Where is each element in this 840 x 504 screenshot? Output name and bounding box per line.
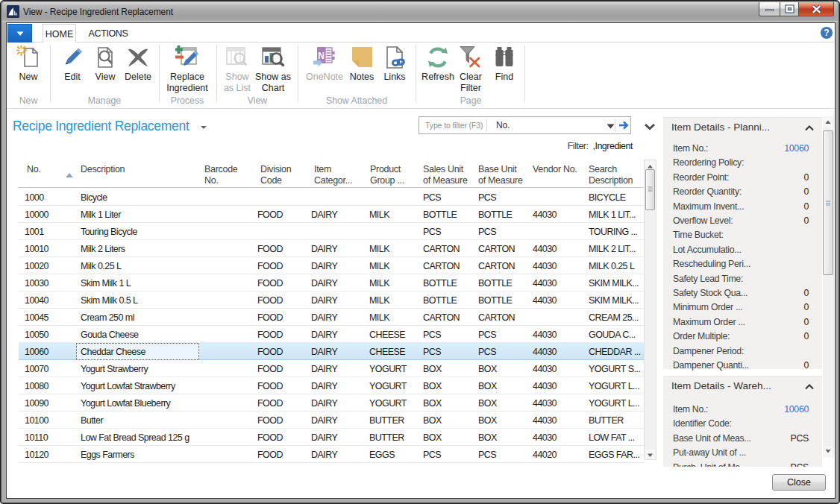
svg-text:N: N	[318, 51, 325, 61]
